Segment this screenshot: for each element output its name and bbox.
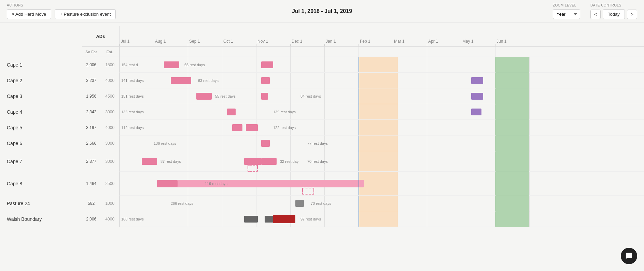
bar-6-4 [495,151,529,172]
gantt-row-9: 168 rest days97 rest days [120,211,644,227]
sub-vline-9 [427,47,427,57]
bar-8-1 [495,196,529,211]
numbers-row-9: 2,0064000 [82,211,119,227]
vline-0 [120,151,120,171]
sub-vline-5 [290,47,291,57]
bar-0-1 [261,61,273,68]
sub-vline-10 [461,47,461,57]
date-controls-section: DATE CONTROLS < Today > [590,3,637,19]
vline-9 [427,120,427,135]
sub-vline-0 [120,47,120,57]
bar-7-2 [157,180,178,187]
today-line [359,172,359,195]
vline-end [529,172,530,195]
bar-3-1 [471,109,481,115]
vline-10 [461,136,461,151]
today-line [359,104,359,119]
vline-2 [188,120,188,135]
vline-9 [427,196,427,211]
bar-9-3 [495,211,529,227]
bar-6-0 [142,158,157,165]
vline-9 [427,151,427,171]
vline-5 [290,196,291,211]
month-tick-5: Dec 1 [290,39,324,44]
bar-4-2 [495,120,529,136]
label-cape2: Cape 2 [0,73,82,88]
vline-3 [222,196,222,211]
gantt-inner: Jul 1Aug 1Sep 1Oct 1Nov 1Dec 1Jan 1Feb 1… [120,26,644,227]
numbers-row-7: 1,4642500 [82,172,119,196]
orange-region [359,211,398,227]
bar-5-1 [495,136,529,151]
pasture-exclusion-button[interactable]: + Pasture exclusion event [55,9,116,19]
zoom-select[interactable]: Year Month Week [553,9,580,19]
label-3-1: 139 rest days [273,110,296,114]
bar-6-3 [261,158,277,165]
month-tick-1: Aug 1 [154,39,188,44]
vline-3 [222,57,222,72]
label-2-1: 55 rest days [215,94,236,98]
vline-end [529,57,530,72]
vline-10 [461,88,461,104]
vline-0 [120,73,120,88]
today-line [359,120,359,135]
prev-button[interactable]: < [590,10,601,19]
vline-10 [461,172,461,195]
gantt-row-3: 135 rest days139 rest days [120,104,644,120]
vline-0 [120,211,120,227]
numbers-row-1: 3,2374000 [82,73,119,88]
vline-3 [222,104,222,119]
vline-5 [290,57,291,72]
bar-6-1 [244,158,261,165]
bar-3-2 [495,104,529,120]
vline-4 [256,73,256,88]
vline-6 [324,88,325,104]
bar-7-3 [302,188,314,195]
vline-0 [120,104,120,119]
month-tick-4: Nov 1 [256,39,290,44]
sub-vline-3 [222,47,222,57]
label-9-0: 168 rest days [121,217,144,221]
gantt-row-8: 266 rest days70 rest days [120,196,644,211]
sub-vline-7 [359,47,359,57]
month-tick-8: Mar 1 [393,39,427,44]
actions-label: ACTIONS [7,3,116,7]
vline-end [529,196,530,211]
vline-3 [222,120,222,135]
actions-section: ACTIONS ▾ Add Herd Move + Pasture exclus… [7,3,116,19]
numbers-row-0: 2,0061500 [82,57,119,73]
add-herd-button[interactable]: ▾ Add Herd Move [7,9,51,19]
label-1-0: 141 rest days [121,79,144,83]
label-5-1: 77 rest days [307,141,328,145]
numbers-row-2: 1,9564500 [82,88,119,104]
vline-5 [290,88,291,104]
vline-3 [222,151,222,171]
vline-10 [461,57,461,72]
bar-4-1 [246,124,258,131]
bar-0-0 [164,61,179,68]
bar-2-0 [196,93,212,100]
next-button[interactable]: > [627,10,637,19]
vline-6 [324,57,325,72]
labels-header [0,26,82,57]
date-controls-label: DATE CONTROLS [590,3,637,7]
vline-5 [290,73,291,88]
today-line [359,211,359,227]
vline-2 [188,104,188,119]
vline-10 [461,104,461,119]
vline-4 [256,104,256,119]
orange-region [359,73,398,88]
label-5-0: 136 rest days [154,141,176,145]
gantt-row-1: 141 rest days63 rest days [120,73,644,88]
label-2-0: 151 rest days [121,94,144,98]
today-button[interactable]: Today [603,9,625,19]
bar-9-0 [244,216,258,223]
main-content: Cape 1 Cape 2 Cape 3 Cape 4 Cape 5 Cape … [0,23,644,227]
month-tick-6: Jan 1 [324,39,359,44]
month-tick-10: May 1 [461,39,495,44]
vline-0 [120,120,120,135]
numbers-row-4: 3,1974000 [82,120,119,136]
date-range-title: Jul 1, 2018 - Jul 1, 2019 [292,8,352,14]
vline-end [529,151,530,171]
vline-1 [154,172,154,195]
